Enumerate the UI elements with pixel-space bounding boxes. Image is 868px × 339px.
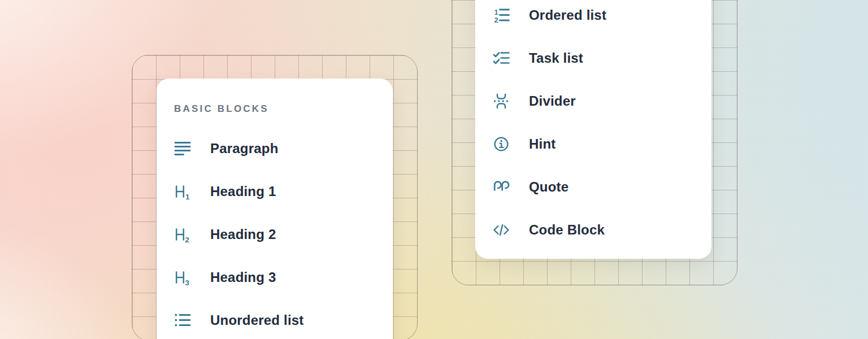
code-block-icon	[493, 221, 510, 238]
unordered-list-icon	[174, 312, 191, 329]
heading-2-icon: 2	[174, 226, 191, 243]
menu-item-code-block[interactable]: Code Block	[475, 208, 711, 251]
menu-item-label: Heading 1	[210, 184, 276, 199]
task-list-icon	[493, 50, 510, 67]
section-label: BASIC BLOCKS	[174, 100, 393, 118]
menu-item-hint[interactable]: Hint	[475, 123, 711, 166]
menu-item-label: Quote	[529, 179, 568, 195]
menu-item-ordered-list[interactable]: 1 2 Ordered list	[475, 0, 711, 37]
menu-item-quote[interactable]: Quote	[475, 166, 711, 208]
basic-blocks-menu: BASIC BLOCKS Paragraph	[157, 79, 393, 339]
blocks-items-right: 1 2 Ordered list	[475, 0, 711, 251]
hint-icon	[493, 136, 510, 153]
menu-item-label: Divider	[529, 93, 576, 109]
menu-item-heading-3[interactable]: 3 Heading 3	[157, 256, 393, 299]
divider-icon	[493, 93, 510, 110]
svg-text:1: 1	[494, 8, 498, 16]
svg-text:2: 2	[494, 16, 498, 24]
ordered-list-icon: 1 2	[493, 7, 510, 24]
menu-item-label: Task list	[529, 50, 583, 66]
menu-item-label: Heading 3	[210, 270, 276, 285]
menu-item-label: Paragraph	[210, 141, 279, 157]
svg-text:2: 2	[185, 236, 190, 244]
menu-item-task-list[interactable]: Task list	[475, 37, 711, 80]
heading-3-icon: 3	[174, 269, 191, 286]
menu-item-paragraph[interactable]: Paragraph	[157, 127, 393, 170]
background: BASIC BLOCKS Paragraph	[0, 0, 868, 339]
blocks-menu-right: 1 2 Ordered list	[475, 0, 711, 259]
menu-item-unordered-list[interactable]: Unordered list	[157, 299, 393, 339]
paragraph-icon	[174, 140, 191, 157]
menu-item-label: Ordered list	[529, 7, 606, 23]
basic-blocks-items: Paragraph 1 Heading 1	[157, 127, 393, 339]
menu-item-heading-2[interactable]: 2 Heading 2	[157, 213, 393, 256]
svg-text:1: 1	[185, 193, 190, 201]
menu-item-label: Hint	[529, 136, 555, 152]
heading-1-icon: 1	[174, 183, 191, 200]
svg-text:3: 3	[185, 279, 190, 286]
menu-item-divider[interactable]: Divider	[475, 80, 711, 123]
menu-item-label: Unordered list	[210, 312, 304, 328]
menu-item-heading-1[interactable]: 1 Heading 1	[157, 170, 393, 213]
menu-item-label: Heading 2	[210, 227, 276, 242]
menu-item-label: Code Block	[529, 222, 605, 238]
quote-icon	[493, 179, 510, 195]
